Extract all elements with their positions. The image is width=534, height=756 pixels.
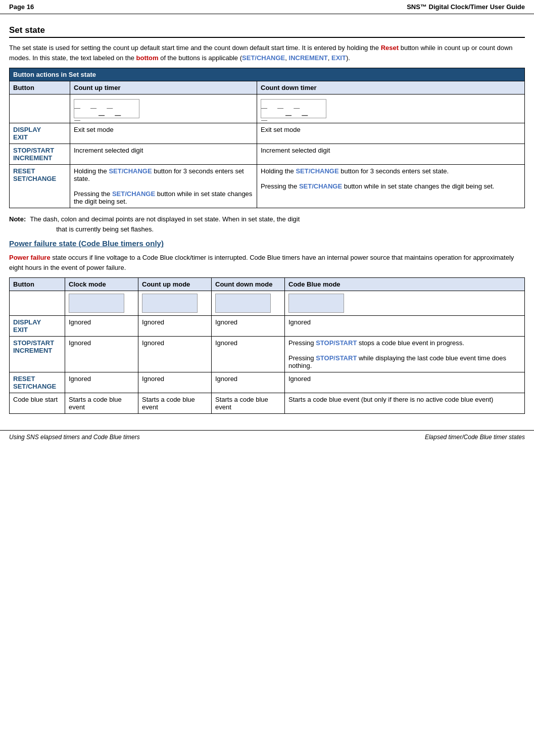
timer-underscores-down: _ _ _ _ – –: [261, 97, 326, 121]
table1-count-down-display: _ _ _ _ – –: [257, 94, 525, 123]
page-header: Page 16 SNS™ Digital Clock/Timer User Gu…: [0, 0, 534, 14]
col2-header-clock: Clock mode: [65, 278, 138, 291]
table2-countdown-display: [212, 291, 285, 316]
stop-start-hl-1: STOP/START: [316, 339, 357, 347]
stop-start-count-up: Increment selected digit: [70, 144, 257, 165]
table2-stop-start-row: STOP/STARTINCREMENT Ignored Ignored Igno…: [10, 337, 525, 372]
table2-reset-count-down: Ignored: [212, 372, 285, 393]
set-state-table: Button actions in Set state Button Count…: [9, 68, 525, 208]
count-down-mode-display: [215, 294, 271, 313]
table2-code-blue-start-label: Code blue start: [10, 393, 65, 414]
bottom-highlight: bottom: [136, 54, 159, 62]
pf-highlight: Power failure: [9, 254, 51, 261]
col2-header-button: Button: [10, 278, 65, 291]
col2-header-count-down: Count down mode: [212, 278, 285, 291]
count-down-timer-display: _ _ _ _ – –: [261, 99, 326, 118]
main-content: Set state The set state is used for sett…: [0, 17, 534, 425]
table2-code-blue-start-clock: Starts a code blue event: [65, 393, 138, 414]
count-up-timer-display: _ _ _ _ – –: [74, 99, 139, 118]
code-blue-mode-display: [288, 294, 344, 313]
table1-display-exit-row: DISPLAYEXIT Exit set mode Exit set mode: [10, 123, 525, 144]
note-indent: that is currently being set flashes.: [56, 225, 154, 233]
table2-display-exit-count-up: Ignored: [138, 316, 212, 337]
table2-col-headers: Button Clock mode Count up mode Count do…: [10, 278, 525, 291]
stop-start-label: STOP/STARTINCREMENT: [10, 144, 70, 165]
increment-highlight: INCREMENT: [289, 54, 328, 62]
table2-stop-start-count-down: Ignored: [212, 337, 285, 372]
col-header-count-up: Count up timer: [70, 81, 257, 94]
table2-display-exit-count-down: Ignored: [212, 316, 285, 337]
table1-reset-row: RESETSET/CHANGE Holding the SET/CHANGE b…: [10, 165, 525, 208]
count-up-mode-display: [142, 294, 198, 313]
table1-col-headers: Button Count up timer Count down timer: [10, 81, 525, 94]
clock-mode-display: [69, 294, 124, 313]
table2-stop-start-count-up: Ignored: [138, 337, 212, 372]
table2-display-label: [10, 291, 65, 316]
reset-highlight: Reset: [381, 44, 399, 52]
table1-display-label: [10, 94, 70, 123]
table1-display-row: _ _ _ _ – – _ _ _ _ – –: [10, 94, 525, 123]
stop-start-count-down: Increment selected digit: [257, 144, 525, 165]
stop-start-hl-2: STOP/START: [316, 354, 357, 362]
document-title: SNS™ Digital Clock/Timer User Guide: [407, 3, 525, 11]
col2-header-count-up: Count up mode: [138, 278, 212, 291]
display-exit-label: DISPLAYEXIT: [10, 123, 70, 144]
note-block: Note: The dash, colon and decimal points…: [9, 214, 525, 234]
page-number: Page 16: [9, 3, 34, 11]
set-change-hl-3: SET/CHANGE: [296, 167, 338, 175]
set-change-hl-2: SET/CHANGE: [112, 190, 155, 198]
page-footer: Using SNS elapsed timers and Code Blue t…: [0, 430, 534, 444]
note-text: The dash, colon and decimal points are n…: [30, 214, 300, 234]
set-change-hl-4: SET/CHANGE: [299, 182, 342, 190]
set-state-intro: The set state is used for setting the co…: [9, 43, 525, 63]
table2-stop-start-code-blue: Pressing STOP/START stops a code blue ev…: [285, 337, 525, 372]
table2-reset-row: RESETSET/CHANGE Ignored Ignored Ignored …: [10, 372, 525, 393]
table2-code-blue-start-code-blue: Starts a code blue event (but only if th…: [285, 393, 525, 414]
timer-underscores-up: _ _ _ _ – –: [74, 97, 139, 121]
reset-count-down: Holding the SET/CHANGE button for 3 seco…: [257, 165, 525, 208]
reset-count-up: Holding the SET/CHANGE button for 3 seco…: [70, 165, 257, 208]
table1-header-row: Button actions in Set state: [10, 68, 525, 81]
table1-count-up-display: _ _ _ _ – –: [70, 94, 257, 123]
power-failure-table: Button Clock mode Count up mode Count do…: [9, 277, 525, 414]
power-failure-title: Power failure state (Code Blue timers on…: [9, 239, 525, 248]
table1-header-cell: Button actions in Set state: [10, 68, 525, 81]
reset-set-change-label: RESETSET/CHANGE: [10, 165, 70, 208]
table2-stop-start-clock: Ignored: [65, 337, 138, 372]
table2-codeblue-display: [285, 291, 525, 316]
table2-display-row: [10, 291, 525, 316]
table2-countup-display: [138, 291, 212, 316]
table1-stop-start-row: STOP/STARTINCREMENT Increment selected d…: [10, 144, 525, 165]
table2-display-exit-code-blue: Ignored: [285, 316, 525, 337]
footer-right: Elapsed timer/Code Blue timer states: [425, 434, 525, 441]
table2-stop-start-label: STOP/STARTINCREMENT: [10, 337, 65, 372]
set-change-hl-1: SET/CHANGE: [109, 167, 152, 175]
table2-reset-clock: Ignored: [65, 372, 138, 393]
exit-highlight: EXIT: [331, 54, 346, 62]
table2-code-blue-start-row: Code blue start Starts a code blue event…: [10, 393, 525, 414]
table2-code-blue-start-count-down: Starts a code blue event: [212, 393, 285, 414]
power-failure-intro: Power failure state occurs if line volta…: [9, 253, 525, 272]
table2-reset-count-up: Ignored: [138, 372, 212, 393]
table2-code-blue-start-count-up: Starts a code blue event: [138, 393, 212, 414]
table2-reset-code-blue: Ignored: [285, 372, 525, 393]
table2-display-exit-row: DISPLAYEXIT Ignored Ignored Ignored Igno…: [10, 316, 525, 337]
table2-clock-display: [65, 291, 138, 316]
set-change-highlight: SET/CHANGE: [242, 54, 285, 62]
col2-header-code-blue: Code Blue mode: [285, 278, 525, 291]
display-exit-count-up: Exit set mode: [70, 123, 257, 144]
col-header-button: Button: [10, 81, 70, 94]
footer-left: Using SNS elapsed timers and Code Blue t…: [9, 434, 140, 441]
note-label: Note:: [9, 214, 26, 234]
table2-reset-label: RESETSET/CHANGE: [10, 372, 65, 393]
col-header-count-down: Count down timer: [257, 81, 525, 94]
set-state-title: Set state: [9, 25, 525, 38]
table2-display-exit-label: DISPLAYEXIT: [10, 316, 65, 337]
display-exit-count-down: Exit set mode: [257, 123, 525, 144]
table2-display-exit-clock: Ignored: [65, 316, 138, 337]
